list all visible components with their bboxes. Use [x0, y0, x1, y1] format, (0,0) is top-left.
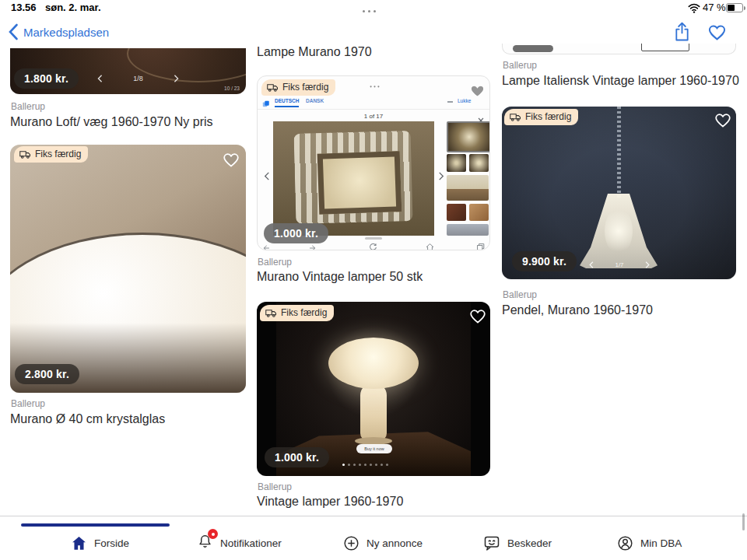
- photo-divider: [258, 109, 489, 110]
- status-date: søn. 2. mar.: [45, 2, 101, 13]
- chat-smiley-icon: [482, 534, 501, 552]
- photo-thumbnail: [469, 204, 489, 221]
- photo-pendant-glow: [605, 208, 633, 254]
- photo-thumbnail: [447, 121, 490, 152]
- photo-lamp-cap: [328, 338, 419, 389]
- truck-icon: [19, 150, 31, 159]
- listing-location: Ballerup: [11, 101, 45, 112]
- photo-carousel-dots: [342, 464, 388, 466]
- person-circle-icon: [616, 534, 634, 552]
- photo-counter: 10 / 23: [224, 86, 240, 91]
- photo-pill: [513, 45, 553, 52]
- listing-location: Ballerup: [11, 398, 45, 409]
- multitasking-dots-icon: [361, 4, 377, 18]
- listing-title[interactable]: Pendel, Murano 1960-1970: [502, 303, 653, 317]
- back-button[interactable]: Markedspladsen: [23, 26, 109, 39]
- wifi-icon: [688, 2, 700, 16]
- battery-icon: [726, 3, 743, 12]
- price-badge: 9.900 kr.: [512, 251, 577, 271]
- photo-lang-source: DEUTSCH: [275, 98, 299, 103]
- notification-badge: [208, 529, 218, 539]
- image-carousel-pager: 1/8: [97, 75, 179, 82]
- favorite-heart-icon[interactable]: [222, 151, 240, 171]
- listing-title[interactable]: Murano Vintage lamper 50 stk: [257, 270, 423, 284]
- tab-ny-annonce[interactable]: Ny annonce: [342, 532, 423, 554]
- price-badge: 2.800 kr.: [15, 364, 79, 384]
- truck-icon: [267, 83, 279, 92]
- photo-chevron-right: [438, 170, 444, 184]
- photo-dash: [447, 101, 453, 103]
- photo-home-icon: [426, 240, 434, 250]
- plus-circle-icon: [342, 534, 360, 552]
- tab-min-dba[interactable]: Min DBA: [616, 532, 682, 554]
- photo-tabs-icon: [476, 240, 485, 250]
- photo-chain: [617, 107, 621, 200]
- photo-thumbnail: [469, 154, 489, 172]
- price-badge: 1.000 kr.: [265, 447, 329, 467]
- app-screen: 13.56 søn. 2. mar. 47 % Markedspladsen 1…: [0, 0, 747, 560]
- favorites-heart-icon[interactable]: [707, 23, 728, 44]
- listing-card[interactable]: 1.800 kr. 1/8 10 / 23: [10, 48, 246, 94]
- photo-lang-underline: [275, 106, 299, 107]
- photo-status-dots: [369, 82, 381, 92]
- favorite-heart-icon[interactable]: [714, 111, 732, 131]
- photo-lamp-panel: [317, 151, 402, 215]
- photo-thumbnail: [447, 224, 489, 236]
- photo-thumbnail: [447, 175, 489, 201]
- photo-pager: 1 of 17: [258, 113, 489, 120]
- price-badge: 1.000 kr.: [264, 223, 328, 243]
- battery-percent: 47 %: [703, 2, 726, 13]
- listing-title[interactable]: Vintage lamper 1960-1970: [257, 495, 403, 509]
- photo-button: [641, 44, 689, 51]
- photo-buy-pill: Buy it now: [356, 444, 392, 453]
- fiks-faerdig-badge: Fiks færdig: [14, 146, 88, 163]
- back-chevron-icon[interactable]: [8, 23, 19, 44]
- chevron-left-icon: [589, 261, 594, 268]
- image-carousel-pager: 1/7: [589, 261, 650, 268]
- photo-thumbnail: [447, 154, 466, 172]
- active-tab-indicator: [21, 523, 170, 527]
- status-time: 13.56: [11, 2, 37, 13]
- photo-chevron-left: [264, 170, 270, 184]
- listing-location: Ballerup: [503, 289, 537, 300]
- listing-card[interactable]: Fiks færdig 2.800 kr.: [10, 145, 246, 393]
- listing-title[interactable]: Lampe Italiensk Vintage lamper 1960-1970: [502, 74, 739, 88]
- scrollbar: [742, 513, 745, 530]
- fiks-faerdig-badge: Fiks færdig: [260, 305, 334, 321]
- photo-lamp-stem: [360, 383, 387, 441]
- favorite-heart-icon[interactable]: [468, 82, 486, 102]
- listing-card[interactable]: Buy it now Fiks færdig 1.000 kr.: [257, 302, 490, 476]
- chevron-left-icon: [97, 75, 103, 82]
- home-icon: [70, 534, 88, 552]
- tab-forside[interactable]: Forside: [70, 532, 129, 554]
- photo-refresh-icon: [369, 240, 377, 250]
- truck-icon: [265, 309, 277, 317]
- price-badge: 1.800 kr.: [14, 68, 79, 89]
- photo-back-icon: [262, 241, 270, 250]
- photo-thumbnail: [447, 204, 466, 221]
- listing-card[interactable]: DEUTSCH DANSK Lukke 1 of 17: [257, 75, 490, 250]
- photo-main-image: [273, 121, 434, 236]
- chevron-right-icon: [645, 261, 650, 268]
- listing-card[interactable]: Fiks færdig 9.900 kr. 1/7: [502, 107, 736, 279]
- tabbar-divider: [0, 516, 747, 516]
- photo-lang-target: DANSK: [306, 98, 324, 103]
- listing-location: Ballerup: [258, 257, 292, 268]
- fiks-faerdig-badge: Fiks færdig: [261, 79, 335, 96]
- listing-title[interactable]: Lampe Murano 1970: [257, 45, 372, 59]
- fiks-faerdig-badge: Fiks færdig: [504, 109, 578, 125]
- truck-icon: [510, 113, 521, 121]
- listing-card[interactable]: [502, 44, 736, 54]
- share-icon[interactable]: [673, 21, 691, 45]
- listing-location: Ballerup: [258, 481, 292, 492]
- listing-title[interactable]: Murano Loft/ væg 1960-1970 Ny pris: [10, 115, 213, 129]
- listing-location: Ballerup: [503, 60, 537, 71]
- tab-beskeder[interactable]: Beskeder: [482, 532, 552, 554]
- listing-title[interactable]: Murano Ø 40 cm krystalglas: [10, 412, 165, 426]
- chevron-right-icon: [174, 75, 179, 82]
- photo-page-indicator: [365, 237, 382, 240]
- tab-notifikationer[interactable]: Notifikationer: [196, 532, 282, 554]
- favorite-heart-icon[interactable]: [468, 307, 487, 327]
- bell-icon: [196, 532, 214, 554]
